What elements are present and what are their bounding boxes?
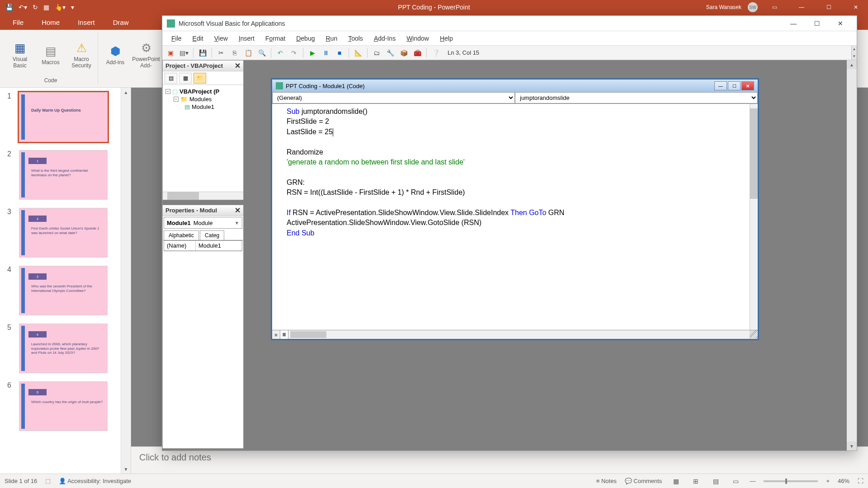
- comments-button[interactable]: 💬 Comments: [625, 478, 662, 484]
- slide-thumbnail[interactable]: 2 1What is the third largest continental…: [2, 150, 129, 200]
- code-close-icon[interactable]: ✕: [741, 81, 754, 90]
- slide-thumbnails-panel[interactable]: 1 Daily Warm Up Questions 2 1What is the…: [0, 88, 131, 474]
- resize-grip[interactable]: [750, 330, 758, 338]
- macros-button[interactable]: ▤ Macros: [36, 32, 65, 77]
- project-explorer-panel[interactable]: Project - VBAProject ✕ ▤ ▦ 📁 − ⬚ VBAProj…: [162, 60, 244, 200]
- collapse-icon[interactable]: −: [165, 89, 170, 94]
- code-minimize-icon[interactable]: —: [714, 81, 727, 90]
- insert-module-icon[interactable]: ▤▾: [179, 47, 189, 58]
- tab-insert[interactable]: Insert: [69, 15, 104, 30]
- object-browser-icon[interactable]: 📦: [398, 47, 409, 58]
- code-window-title-bar[interactable]: PPT Coding - Module1 (Code) — ☐ ✕: [272, 80, 758, 92]
- vba-maximize-icon[interactable]: ☐: [805, 16, 829, 31]
- code-editor[interactable]: Sub jumptorandomslide() FirstSlide = 2 L…: [280, 104, 750, 330]
- view-ppt-icon[interactable]: ▣: [165, 47, 176, 58]
- project-hscroll[interactable]: [163, 192, 243, 200]
- menu-run[interactable]: Run: [320, 32, 343, 45]
- design-mode-icon[interactable]: 📐: [353, 47, 363, 58]
- collapse-icon[interactable]: −: [174, 97, 179, 102]
- project-explorer-icon[interactable]: 🗂: [371, 47, 382, 58]
- close-icon[interactable]: ✕: [845, 0, 866, 14]
- scroll-down-icon[interactable]: ▼: [847, 441, 857, 450]
- ribbon-display-icon[interactable]: ▭: [764, 0, 785, 14]
- paste-icon[interactable]: 📋: [243, 47, 254, 58]
- code-maximize-icon[interactable]: ☐: [728, 81, 741, 90]
- menu-view[interactable]: View: [209, 32, 233, 45]
- addins-button[interactable]: ⬢ Add-ins: [101, 32, 130, 77]
- touch-icon[interactable]: 👆▾: [55, 4, 66, 11]
- tab-file[interactable]: File: [4, 15, 33, 30]
- language-icon[interactable]: ⬚: [45, 478, 51, 484]
- code-hscroll[interactable]: [288, 330, 750, 339]
- find-icon[interactable]: 🔍: [256, 47, 267, 58]
- toggle-folders-icon[interactable]: 📁: [193, 73, 206, 84]
- visual-basic-button[interactable]: ▦ Visual Basic: [5, 32, 34, 77]
- close-icon[interactable]: ✕: [235, 206, 241, 215]
- undo-icon[interactable]: ↶: [275, 47, 286, 58]
- scroll-up-icon[interactable]: ▲: [847, 60, 857, 69]
- save-icon[interactable]: 💾: [197, 47, 208, 58]
- vba-minimize-icon[interactable]: —: [782, 16, 805, 31]
- tab-alphabetic[interactable]: Alphabetic: [164, 230, 199, 240]
- run-icon[interactable]: ▶: [307, 47, 318, 58]
- slide-thumbnail[interactable]: 4 3Who was the seventh President of the …: [2, 266, 129, 315]
- menu-edit[interactable]: Edit: [187, 32, 209, 45]
- normal-view-icon[interactable]: ▦: [670, 478, 682, 485]
- full-module-view-icon[interactable]: ≣: [280, 330, 288, 339]
- accessibility-status[interactable]: 👤 Accessibility: Investigate: [59, 478, 131, 484]
- thumbnails-scrollbar[interactable]: ▲ ▼: [121, 88, 131, 474]
- user-name[interactable]: Sara Wanasek: [706, 4, 741, 10]
- code-window[interactable]: PPT Coding - Module1 (Code) — ☐ ✕ (Gener…: [271, 78, 759, 340]
- properties-icon[interactable]: 🔧: [385, 47, 396, 58]
- menu-file[interactable]: File: [166, 32, 187, 45]
- menu-format[interactable]: Format: [260, 32, 291, 45]
- save-icon[interactable]: 💾: [5, 4, 13, 11]
- minimize-icon[interactable]: —: [791, 0, 812, 14]
- help-icon[interactable]: ❔: [430, 47, 441, 58]
- ppt-addins-button[interactable]: ⚙ PowerPoint Add-: [132, 32, 160, 77]
- slide-thumbnail[interactable]: 3 2First Earth orbiter Soviet Union's Sp…: [2, 208, 129, 258]
- notes-button[interactable]: ≡ Notes: [596, 478, 617, 484]
- slide-thumbnail[interactable]: 6 5Which country has the origin of Inuit…: [2, 381, 129, 431]
- vba-title-bar[interactable]: Microsoft Visual Basic for Applications …: [162, 16, 857, 31]
- undo-icon[interactable]: ↶▾: [19, 4, 27, 11]
- zoom-slider[interactable]: [764, 480, 818, 482]
- tree-modules-folder[interactable]: − 📁 Modules: [165, 95, 241, 103]
- tree-module1[interactable]: ▤ Module1: [165, 103, 241, 111]
- slide-counter[interactable]: Slide 1 of 16: [5, 478, 37, 484]
- tree-project-root[interactable]: − ⬚ VBAProject (P: [165, 88, 241, 95]
- tab-draw[interactable]: Draw: [104, 15, 138, 30]
- scroll-down-icon[interactable]: ▼: [121, 465, 131, 474]
- zoom-level[interactable]: 46%: [838, 478, 849, 484]
- procedure-dropdown[interactable]: jumptorandomslide: [515, 92, 758, 103]
- menu-window[interactable]: Window: [401, 32, 434, 45]
- menu-insert[interactable]: Insert: [233, 32, 260, 45]
- maximize-icon[interactable]: ☐: [818, 0, 839, 14]
- menu-help[interactable]: Help: [434, 32, 458, 45]
- slideshow-icon[interactable]: ▦: [43, 4, 49, 11]
- object-selector[interactable]: Module1 Module ▼: [164, 217, 242, 229]
- menu-debug[interactable]: Debug: [291, 32, 320, 45]
- zoom-in-icon[interactable]: +: [826, 478, 830, 484]
- property-row[interactable]: (Name) Module1: [164, 241, 242, 251]
- view-code-icon[interactable]: ▤: [165, 73, 177, 84]
- vba-close-icon[interactable]: ✕: [829, 16, 852, 31]
- user-avatar[interactable]: SW: [748, 2, 758, 12]
- menu-addins[interactable]: Add-Ins: [368, 32, 401, 45]
- tab-home[interactable]: Home: [33, 15, 69, 30]
- slide-thumbnail[interactable]: 5 4Launched in 2006, which planetary exp…: [2, 324, 129, 373]
- scroll-up-icon[interactable]: ▲: [121, 88, 131, 97]
- reading-view-icon[interactable]: ▤: [710, 478, 722, 485]
- menu-tools[interactable]: Tools: [343, 32, 368, 45]
- properties-grid[interactable]: (Name) Module1: [164, 240, 242, 251]
- zoom-out-icon[interactable]: —: [750, 478, 755, 484]
- property-value[interactable]: Module1: [196, 241, 224, 250]
- toolbox-icon[interactable]: 🧰: [412, 47, 423, 58]
- view-object-icon[interactable]: ▦: [179, 73, 192, 84]
- properties-panel[interactable]: Properties - Modul ✕ Module1 Module ▼ Al…: [162, 205, 244, 449]
- tab-categorized[interactable]: Categ: [200, 230, 224, 240]
- procedure-view-icon[interactable]: ≡: [272, 330, 280, 339]
- copy-icon[interactable]: ⎘: [229, 47, 240, 58]
- cut-icon[interactable]: ✂: [216, 47, 226, 58]
- project-explorer-header[interactable]: Project - VBAProject ✕: [163, 61, 243, 71]
